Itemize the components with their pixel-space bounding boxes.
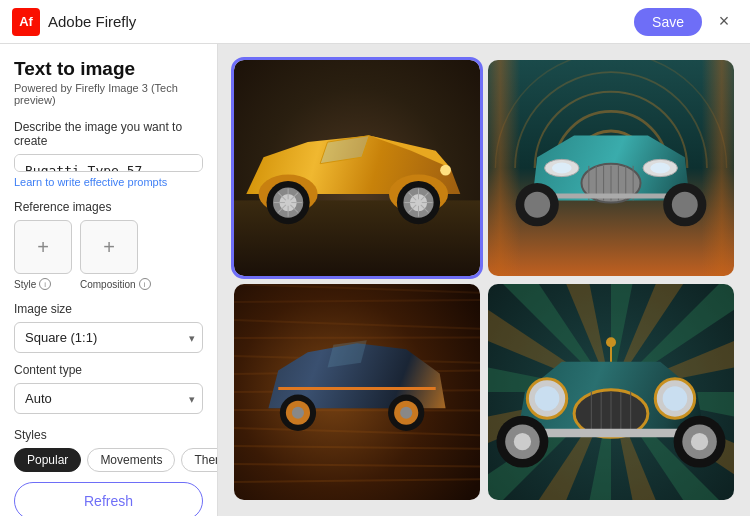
tab-movements[interactable]: Movements	[87, 448, 175, 472]
composition-info-icon: i	[139, 278, 151, 290]
car-image-3	[234, 284, 480, 500]
tab-popular[interactable]: Popular	[14, 448, 81, 472]
learn-link[interactable]: Learn to write effective prompts	[14, 176, 203, 188]
styles-tabs: Popular Movements Themes	[14, 448, 203, 472]
close-button[interactable]: ×	[710, 8, 738, 36]
image-cell-4[interactable]	[488, 284, 734, 500]
style-info-icon: i	[39, 278, 51, 290]
prompt-label: Describe the image you want to create	[14, 120, 203, 148]
sidebar-subtitle: Powered by Firefly Image 3 (Tech preview…	[14, 82, 203, 106]
car-image-2	[488, 60, 734, 276]
sidebar-title: Text to image	[14, 58, 203, 80]
image-size-wrapper: Square (1:1) Landscape (4:3) Portrait (3…	[14, 322, 203, 353]
style-caption: Style i	[14, 278, 72, 290]
image-size-select[interactable]: Square (1:1) Landscape (4:3) Portrait (3…	[14, 322, 203, 353]
composition-caption: Composition i	[80, 278, 138, 290]
tab-themes[interactable]: Themes	[181, 448, 218, 472]
ref-captions: Style i Composition i	[14, 278, 203, 290]
sidebar: Text to image Powered by Firefly Image 3…	[0, 44, 218, 516]
image-cell-2[interactable]	[488, 60, 734, 276]
app-title: Adobe Firefly	[48, 13, 136, 30]
image-cell-1[interactable]	[234, 60, 480, 276]
refresh-button[interactable]: Refresh	[14, 482, 203, 516]
content-type-wrapper: Auto Photo Art ▾	[14, 383, 203, 414]
content-type-label: Content type	[14, 363, 203, 377]
image-size-label: Image size	[14, 302, 203, 316]
styles-section: Styles Popular Movements Themes	[14, 428, 203, 482]
style-ref-button[interactable]: +	[14, 220, 72, 274]
image-grid	[234, 60, 734, 500]
header-right: Save ×	[634, 8, 738, 36]
adobe-logo: Af	[12, 8, 40, 36]
image-cell-3[interactable]	[234, 284, 480, 500]
app-header: Af Adobe Firefly Save ×	[0, 0, 750, 44]
header-left: Af Adobe Firefly	[12, 8, 136, 36]
styles-label: Styles	[14, 428, 203, 442]
reference-images-row: + +	[14, 220, 203, 274]
ref-images-label: Reference images	[14, 200, 203, 214]
prompt-input[interactable]: Bugatti Type 57	[14, 154, 203, 172]
image-area	[218, 44, 750, 516]
content-type-dropdown-row: Auto Photo Art ▾	[14, 383, 203, 414]
save-button[interactable]: Save	[634, 8, 702, 36]
content-type-select[interactable]: Auto Photo Art	[14, 383, 203, 414]
image-size-dropdown-row: Square (1:1) Landscape (4:3) Portrait (3…	[14, 322, 203, 353]
main-content: Text to image Powered by Firefly Image 3…	[0, 44, 750, 516]
car-image-4	[488, 284, 734, 500]
composition-ref-button[interactable]: +	[80, 220, 138, 274]
car-image-1	[234, 60, 480, 276]
